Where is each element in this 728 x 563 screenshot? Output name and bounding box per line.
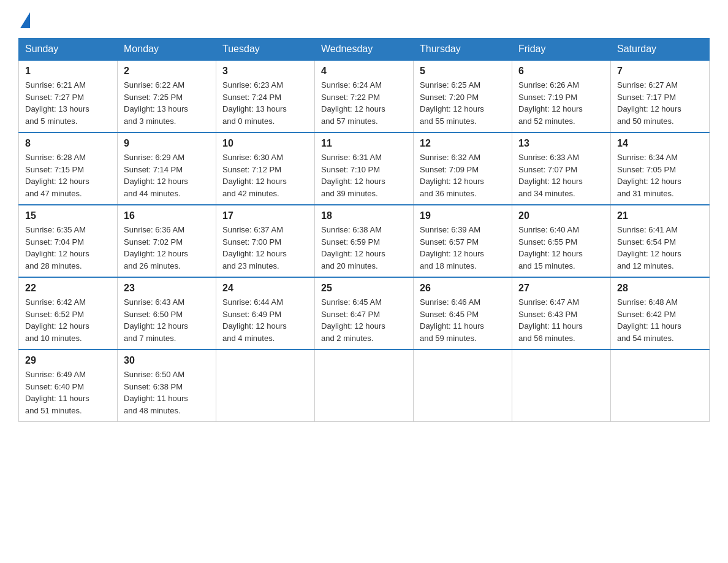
calendar-cell: 30Sunrise: 6:50 AMSunset: 6:38 PMDayligh… [118, 350, 216, 422]
day-number: 27 [518, 283, 604, 294]
day-number: 17 [222, 210, 308, 221]
logo [18, 12, 30, 28]
col-header-friday: Friday [512, 39, 611, 61]
calendar-cell: 17Sunrise: 6:37 AMSunset: 7:00 PMDayligh… [216, 205, 315, 277]
calendar-cell: 8Sunrise: 6:28 AMSunset: 7:15 PMDaylight… [19, 132, 118, 205]
day-number: 13 [518, 138, 604, 149]
day-number: 29 [25, 355, 111, 366]
calendar-cell: 15Sunrise: 6:35 AMSunset: 7:04 PMDayligh… [19, 205, 118, 277]
calendar-cell: 23Sunrise: 6:43 AMSunset: 6:50 PMDayligh… [118, 277, 216, 350]
day-info: Sunrise: 6:50 AMSunset: 6:38 PMDaylight:… [124, 369, 210, 416]
day-number: 3 [222, 66, 308, 77]
calendar-cell: 11Sunrise: 6:31 AMSunset: 7:10 PMDayligh… [315, 132, 414, 205]
calendar-cell: 28Sunrise: 6:48 AMSunset: 6:42 PMDayligh… [611, 277, 710, 350]
calendar-cell: 10Sunrise: 6:30 AMSunset: 7:12 PMDayligh… [216, 132, 315, 205]
calendar-cell: 18Sunrise: 6:38 AMSunset: 6:59 PMDayligh… [315, 205, 414, 277]
calendar-week-row: 22Sunrise: 6:42 AMSunset: 6:52 PMDayligh… [19, 277, 710, 350]
calendar-cell: 19Sunrise: 6:39 AMSunset: 6:57 PMDayligh… [414, 205, 512, 277]
calendar-cell: 26Sunrise: 6:46 AMSunset: 6:45 PMDayligh… [414, 277, 512, 350]
day-number: 8 [25, 138, 111, 149]
calendar-cell: 7Sunrise: 6:27 AMSunset: 7:17 PMDaylight… [611, 60, 710, 132]
day-info: Sunrise: 6:28 AMSunset: 7:15 PMDaylight:… [25, 151, 111, 199]
logo-arrow-icon [20, 12, 30, 28]
calendar-cell [315, 350, 414, 422]
day-info: Sunrise: 6:40 AMSunset: 6:55 PMDaylight:… [518, 224, 604, 272]
day-info: Sunrise: 6:33 AMSunset: 7:07 PMDaylight:… [518, 151, 604, 199]
calendar-week-row: 1Sunrise: 6:21 AMSunset: 7:27 PMDaylight… [19, 60, 710, 132]
calendar-cell: 16Sunrise: 6:36 AMSunset: 7:02 PMDayligh… [118, 205, 216, 277]
day-number: 15 [25, 210, 111, 221]
col-header-sunday: Sunday [19, 39, 118, 61]
calendar-cell: 27Sunrise: 6:47 AMSunset: 6:43 PMDayligh… [512, 277, 611, 350]
col-header-monday: Monday [118, 39, 216, 61]
day-info: Sunrise: 6:34 AMSunset: 7:05 PMDaylight:… [617, 151, 703, 199]
day-info: Sunrise: 6:36 AMSunset: 7:02 PMDaylight:… [124, 224, 210, 272]
calendar-cell: 22Sunrise: 6:42 AMSunset: 6:52 PMDayligh… [19, 277, 118, 350]
calendar-cell: 9Sunrise: 6:29 AMSunset: 7:14 PMDaylight… [118, 132, 216, 205]
day-info: Sunrise: 6:44 AMSunset: 6:49 PMDaylight:… [222, 296, 308, 344]
day-number: 5 [420, 66, 506, 77]
day-number: 11 [321, 138, 407, 149]
day-number: 16 [124, 210, 210, 221]
calendar-cell: 14Sunrise: 6:34 AMSunset: 7:05 PMDayligh… [611, 132, 710, 205]
day-number: 6 [518, 66, 604, 77]
day-number: 26 [420, 283, 506, 294]
day-info: Sunrise: 6:47 AMSunset: 6:43 PMDaylight:… [518, 296, 604, 344]
day-info: Sunrise: 6:42 AMSunset: 6:52 PMDaylight:… [25, 296, 111, 344]
calendar-week-row: 8Sunrise: 6:28 AMSunset: 7:15 PMDaylight… [19, 132, 710, 205]
day-number: 7 [617, 66, 703, 77]
day-info: Sunrise: 6:32 AMSunset: 7:09 PMDaylight:… [420, 151, 506, 199]
calendar-table: SundayMondayTuesdayWednesdayThursdayFrid… [18, 38, 710, 422]
day-info: Sunrise: 6:24 AMSunset: 7:22 PMDaylight:… [321, 79, 407, 127]
day-number: 1 [25, 66, 111, 77]
calendar-cell: 13Sunrise: 6:33 AMSunset: 7:07 PMDayligh… [512, 132, 611, 205]
day-info: Sunrise: 6:38 AMSunset: 6:59 PMDaylight:… [321, 224, 407, 272]
day-number: 25 [321, 283, 407, 294]
day-number: 20 [518, 210, 604, 221]
calendar-cell: 5Sunrise: 6:25 AMSunset: 7:20 PMDaylight… [414, 60, 512, 132]
day-info: Sunrise: 6:21 AMSunset: 7:27 PMDaylight:… [25, 79, 111, 127]
day-info: Sunrise: 6:26 AMSunset: 7:19 PMDaylight:… [518, 79, 604, 127]
day-info: Sunrise: 6:22 AMSunset: 7:25 PMDaylight:… [124, 79, 210, 127]
calendar-cell: 1Sunrise: 6:21 AMSunset: 7:27 PMDaylight… [19, 60, 118, 132]
calendar-cell: 24Sunrise: 6:44 AMSunset: 6:49 PMDayligh… [216, 277, 315, 350]
day-number: 10 [222, 138, 308, 149]
day-info: Sunrise: 6:23 AMSunset: 7:24 PMDaylight:… [222, 79, 308, 127]
calendar-cell: 21Sunrise: 6:41 AMSunset: 6:54 PMDayligh… [611, 205, 710, 277]
calendar-cell: 29Sunrise: 6:49 AMSunset: 6:40 PMDayligh… [19, 350, 118, 422]
calendar-cell: 25Sunrise: 6:45 AMSunset: 6:47 PMDayligh… [315, 277, 414, 350]
day-info: Sunrise: 6:46 AMSunset: 6:45 PMDaylight:… [420, 296, 506, 344]
calendar-cell [611, 350, 710, 422]
calendar-cell: 4Sunrise: 6:24 AMSunset: 7:22 PMDaylight… [315, 60, 414, 132]
day-number: 21 [617, 210, 703, 221]
day-info: Sunrise: 6:30 AMSunset: 7:12 PMDaylight:… [222, 151, 308, 199]
day-number: 19 [420, 210, 506, 221]
day-number: 2 [124, 66, 210, 77]
day-info: Sunrise: 6:48 AMSunset: 6:42 PMDaylight:… [617, 296, 703, 344]
day-info: Sunrise: 6:27 AMSunset: 7:17 PMDaylight:… [617, 79, 703, 127]
col-header-thursday: Thursday [414, 39, 512, 61]
day-info: Sunrise: 6:37 AMSunset: 7:00 PMDaylight:… [222, 224, 308, 272]
calendar-week-row: 29Sunrise: 6:49 AMSunset: 6:40 PMDayligh… [19, 350, 710, 422]
calendar-cell: 20Sunrise: 6:40 AMSunset: 6:55 PMDayligh… [512, 205, 611, 277]
day-number: 12 [420, 138, 506, 149]
col-header-saturday: Saturday [611, 39, 710, 61]
day-info: Sunrise: 6:39 AMSunset: 6:57 PMDaylight:… [420, 224, 506, 272]
day-number: 30 [124, 355, 210, 366]
calendar-cell: 6Sunrise: 6:26 AMSunset: 7:19 PMDaylight… [512, 60, 611, 132]
calendar-cell: 12Sunrise: 6:32 AMSunset: 7:09 PMDayligh… [414, 132, 512, 205]
day-number: 18 [321, 210, 407, 221]
calendar-cell [216, 350, 315, 422]
day-info: Sunrise: 6:25 AMSunset: 7:20 PMDaylight:… [420, 79, 506, 127]
day-info: Sunrise: 6:41 AMSunset: 6:54 PMDaylight:… [617, 224, 703, 272]
day-info: Sunrise: 6:31 AMSunset: 7:10 PMDaylight:… [321, 151, 407, 199]
calendar-header-row: SundayMondayTuesdayWednesdayThursdayFrid… [19, 39, 710, 61]
day-info: Sunrise: 6:45 AMSunset: 6:47 PMDaylight:… [321, 296, 407, 344]
day-number: 28 [617, 283, 703, 294]
day-number: 9 [124, 138, 210, 149]
day-number: 4 [321, 66, 407, 77]
day-info: Sunrise: 6:49 AMSunset: 6:40 PMDaylight:… [25, 369, 111, 416]
day-number: 14 [617, 138, 703, 149]
col-header-tuesday: Tuesday [216, 39, 315, 61]
day-number: 24 [222, 283, 308, 294]
